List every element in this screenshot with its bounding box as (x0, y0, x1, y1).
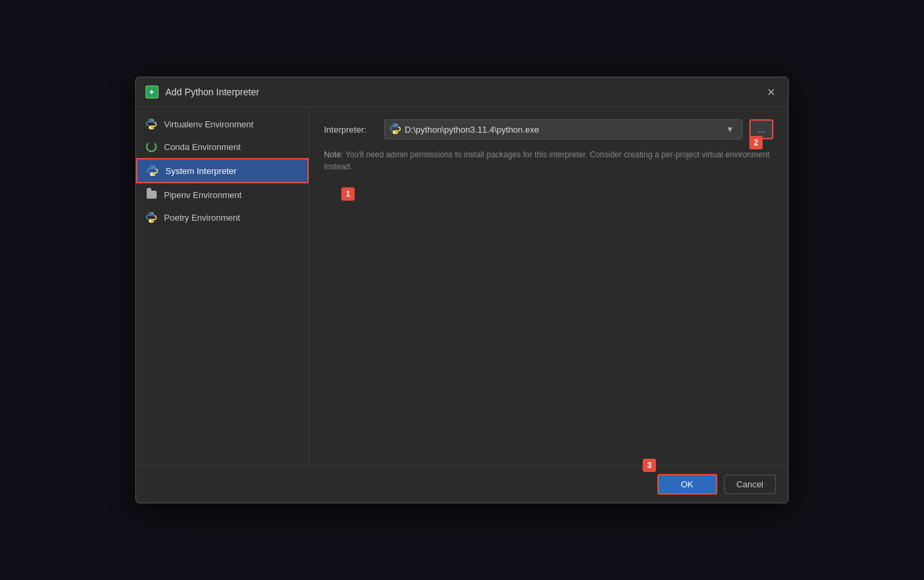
sidebar-item-pipenv[interactable]: Pipenv Environment (136, 183, 309, 206)
sidebar: Virtualenv Environment Conda Environment (136, 107, 309, 465)
cancel-button[interactable]: Cancel (724, 475, 776, 494)
svg-text:✦: ✦ (149, 89, 155, 96)
interpreter-input-wrap: D:\python\python3.11.4\python.exe ▼ (384, 119, 743, 139)
main-panel: Interpreter: D:\python\python3.11.4\pyth… (309, 107, 788, 465)
annotation-2: 2 (749, 136, 763, 149)
add-python-interpreter-dialog: ✦ Add Python Interpreter ✕ Virtualenv En… (135, 77, 789, 503)
dialog-titlebar: ✦ Add Python Interpreter ✕ (136, 77, 788, 107)
sidebar-item-label-system: System Interpreter (165, 166, 237, 176)
sidebar-item-label-poetry: Poetry Environment (164, 213, 240, 223)
interpreter-row: Interpreter: D:\python\python3.11.4\pyth… (324, 119, 773, 139)
dialog-body: Virtualenv Environment Conda Environment (136, 107, 788, 465)
note-text: Note: You'll need admin permissions to i… (324, 149, 773, 173)
conda-icon (145, 141, 157, 153)
note-content: You'll need admin permissions to install… (324, 150, 769, 171)
app-icon: ✦ (145, 85, 159, 99)
note-label: Note: (324, 150, 343, 159)
python-icon (145, 118, 157, 130)
close-button[interactable]: ✕ (763, 84, 779, 100)
interpreter-path-input[interactable]: D:\python\python3.11.4\python.exe (405, 125, 719, 135)
ok-button[interactable]: OK (657, 474, 717, 495)
system-python-icon (147, 165, 159, 177)
pipenv-icon (145, 189, 157, 201)
sidebar-item-label-pipenv: Pipenv Environment (164, 190, 241, 200)
sidebar-item-label-virtualenv: Virtualenv Environment (164, 119, 253, 129)
dialog-footer: OK Cancel (136, 465, 788, 503)
annotation-1: 1 (341, 187, 355, 201)
sidebar-item-poetry[interactable]: Poetry Environment (136, 206, 309, 229)
dialog-title: Add Python Interpreter (165, 87, 756, 97)
annotation-3: 3 (643, 459, 656, 472)
sidebar-item-system[interactable]: System Interpreter (136, 158, 309, 183)
sidebar-item-conda[interactable]: Conda Environment (136, 135, 309, 158)
sidebar-item-virtualenv[interactable]: Virtualenv Environment (136, 113, 309, 135)
python-path-icon (390, 123, 401, 136)
interpreter-dropdown-button[interactable]: ▼ (723, 125, 737, 134)
interpreter-label: Interpreter: (324, 125, 377, 135)
sidebar-item-label-conda: Conda Environment (164, 142, 241, 152)
poetry-python-icon (145, 211, 157, 223)
